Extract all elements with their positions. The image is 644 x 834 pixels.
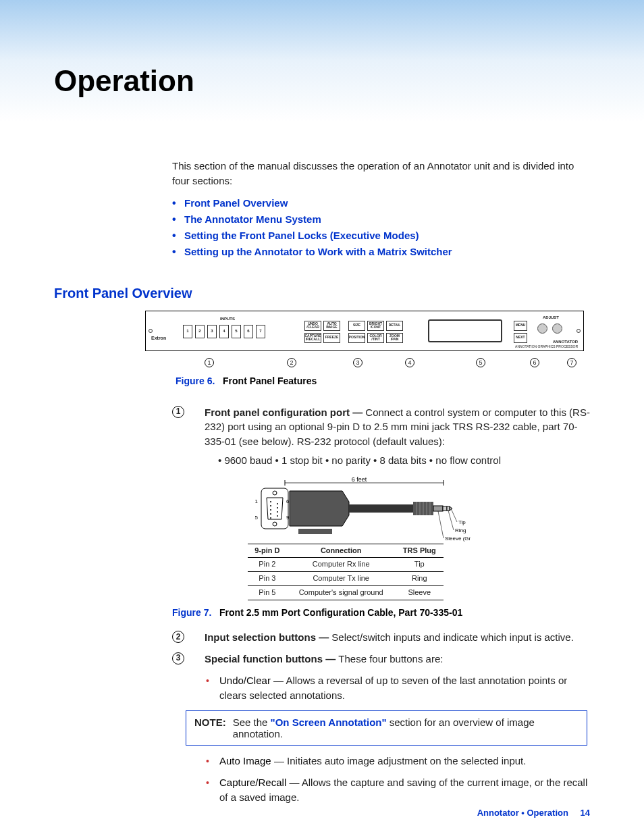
cell: Ring bbox=[396, 572, 444, 586]
pin-table: 9-pin D Connection TRS Plug Pin 2Compute… bbox=[248, 544, 444, 601]
svg-line-31 bbox=[451, 509, 457, 522]
note-box: NOTE: See the "On Screen Annotation" sec… bbox=[186, 710, 587, 746]
input-btn-7: 7 bbox=[256, 325, 265, 338]
svg-text:Sleeve (Gnd): Sleeve (Gnd) bbox=[445, 536, 471, 542]
svg-text:Ring: Ring bbox=[455, 527, 466, 533]
figure-6-caption: Figure 6. Front Panel Features bbox=[176, 375, 590, 386]
note-link[interactable]: "On Screen Annotation" bbox=[271, 716, 387, 728]
callout-4: 4 bbox=[405, 358, 414, 367]
item-2: 2 Input selection buttons — Select/switc… bbox=[172, 630, 590, 645]
special-fn-list-1: Undo/Clear — Allows a reversal of up to … bbox=[206, 673, 590, 703]
intro-text: This section of the manual discusses the… bbox=[172, 159, 590, 188]
marker-1: 1 bbox=[172, 406, 184, 418]
fig6-title: Front Panel Features bbox=[223, 375, 317, 386]
adjust-knob-v bbox=[552, 323, 562, 334]
input-btn-2: 2 bbox=[195, 325, 205, 338]
cable-svg: 6 feet 1 5 6 9 bbox=[248, 475, 471, 542]
svg-point-9 bbox=[270, 509, 271, 511]
cell: Computer Tx line bbox=[287, 572, 396, 586]
pip-color: COLOR /TINT bbox=[367, 333, 384, 343]
nav-next: NEXT bbox=[514, 333, 527, 343]
fn-auto-image: AUTO IMAGE bbox=[323, 321, 340, 331]
th-conn: Connection bbox=[287, 544, 396, 558]
bullet-undo-clear: Undo/Clear — Allows a reversal of up to … bbox=[206, 673, 590, 703]
callout-2: 2 bbox=[287, 358, 296, 367]
inputs-label: INPUTS bbox=[220, 317, 235, 321]
fig7-num: Figure 7. bbox=[172, 607, 211, 618]
cell: Computer's signal ground bbox=[287, 586, 396, 600]
item-3-body: These four buttons are: bbox=[338, 653, 443, 664]
bullet-key: Capture/Recall bbox=[219, 777, 286, 788]
fn-undo-clear: UNDO /CLEAR bbox=[304, 321, 321, 331]
svg-point-13 bbox=[277, 507, 278, 509]
item-1-protocol: • 9600 baud • 1 stop bit • no parity • 8… bbox=[205, 453, 590, 468]
svg-point-7 bbox=[270, 501, 271, 502]
item-1: 1 Front panel configuration port — Conne… bbox=[172, 405, 590, 601]
page-title: Operation bbox=[54, 64, 590, 98]
callout-3: 3 bbox=[353, 358, 363, 367]
bullet-key: Auto Image bbox=[219, 755, 271, 766]
svg-text:5: 5 bbox=[255, 515, 259, 521]
input-btn-5: 5 bbox=[232, 325, 241, 338]
brand-label: Extron bbox=[151, 336, 166, 340]
fig7-title: Front 2.5 mm Port Configuration Cable, P… bbox=[219, 607, 462, 618]
svg-rect-30 bbox=[447, 506, 450, 511]
th-9pin: 9-pin D bbox=[248, 544, 287, 558]
processor-label: ANNOTATION GRAPHICS PROCESSOR bbox=[515, 344, 578, 348]
adjust-knob-h bbox=[537, 323, 547, 334]
cell: Tip bbox=[396, 558, 444, 572]
svg-text:1: 1 bbox=[255, 498, 259, 504]
note-body: See the "On Screen Annotation" section f… bbox=[233, 716, 579, 739]
marker-2: 2 bbox=[172, 631, 184, 643]
svg-text:Tip: Tip bbox=[458, 519, 466, 525]
note-label: NOTE: bbox=[194, 716, 226, 739]
annotator-label: ANNOTATOR bbox=[553, 340, 578, 344]
cell: Pin 2 bbox=[248, 558, 287, 572]
bullet-auto-image: Auto Image — Initiates auto image adjust… bbox=[206, 754, 590, 768]
svg-rect-21 bbox=[349, 504, 413, 513]
lcd-display bbox=[428, 319, 502, 342]
svg-point-10 bbox=[270, 513, 271, 515]
item-2-lead: Input selection buttons — bbox=[205, 631, 331, 643]
pip-zoom: ZOOM /PAN bbox=[386, 333, 403, 343]
fig6-num: Figure 6. bbox=[176, 375, 215, 386]
callout-1: 1 bbox=[205, 358, 214, 367]
item-2-body: Select/switch inputs and indicate which … bbox=[331, 631, 574, 643]
page-footer: Annotator • Operation 14 bbox=[477, 808, 590, 818]
callout-6: 6 bbox=[530, 358, 539, 367]
svg-point-11 bbox=[270, 517, 271, 519]
svg-line-32 bbox=[448, 511, 454, 530]
item-3: 3 Special function buttons — These four … bbox=[172, 652, 590, 667]
special-fn-list-2: Auto Image — Initiates auto image adjust… bbox=[206, 754, 590, 804]
cell: Pin 5 bbox=[248, 586, 287, 600]
nav-menu: MENU bbox=[514, 321, 527, 331]
section-heading: Front Panel Overview bbox=[54, 286, 590, 301]
front-panel-diagram: Extron INPUTS 1 2 3 4 5 6 7 UNDO /CLEAR … bbox=[145, 311, 584, 351]
toc-list: Front Panel Overview The Annotator Menu … bbox=[172, 195, 590, 260]
screw-icon bbox=[149, 329, 153, 333]
pip-bright: BRIGHT /CONT bbox=[367, 321, 384, 331]
input-btn-3: 3 bbox=[207, 325, 217, 338]
callout-row: 1 2 3 4 5 6 7 bbox=[145, 354, 584, 370]
item-1-lead: Front panel configuration port — bbox=[205, 407, 365, 418]
svg-point-15 bbox=[277, 515, 278, 517]
cell: Pin 3 bbox=[248, 572, 287, 586]
feature-list: 1 Front panel configuration port — Conne… bbox=[172, 405, 590, 667]
adjust-label: ADJUST bbox=[543, 315, 559, 319]
svg-line-33 bbox=[438, 511, 444, 538]
toc-link-panel-locks[interactable]: Setting the Front Panel Locks (Executive… bbox=[184, 230, 419, 241]
bullet-capture-recall: Capture/Recall — Allows the capture and … bbox=[206, 775, 590, 805]
toc-link-matrix-switcher[interactable]: Setting up the Annotator to Work with a … bbox=[184, 246, 452, 257]
svg-text:6: 6 bbox=[286, 498, 290, 504]
figure-6: Extron INPUTS 1 2 3 4 5 6 7 UNDO /CLEAR … bbox=[145, 311, 590, 386]
callout-7: 7 bbox=[567, 358, 576, 367]
figure-7-caption: Figure 7. Front 2.5 mm Port Configuratio… bbox=[172, 607, 590, 618]
fn-capture-recall: CAPTURE /RECALL bbox=[304, 333, 321, 343]
input-btn-6: 6 bbox=[244, 325, 253, 338]
toc-link-menu-system[interactable]: The Annotator Menu System bbox=[184, 213, 321, 225]
svg-rect-28 bbox=[433, 506, 443, 511]
input-btn-4: 4 bbox=[219, 325, 229, 338]
fn-freeze: FREEZE bbox=[323, 333, 340, 343]
note-pre: See the bbox=[233, 716, 271, 728]
toc-link-front-panel[interactable]: Front Panel Overview bbox=[184, 197, 288, 209]
